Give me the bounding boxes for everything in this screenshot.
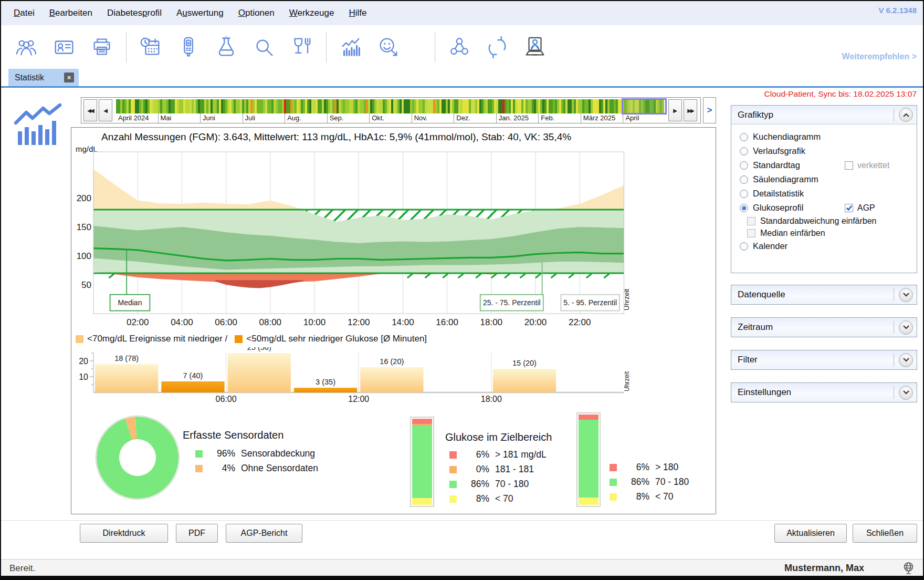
toolbar-separator xyxy=(326,32,327,63)
option-detailstatistik[interactable]: Detailstatistik xyxy=(734,187,914,201)
panel-filter: Filter xyxy=(731,350,917,370)
pdf-button[interactable]: PDF xyxy=(176,524,218,543)
checkbox-checked[interactable] xyxy=(845,204,853,212)
collapse-up-icon[interactable] xyxy=(899,108,913,122)
tab-statistik[interactable]: Statistik × xyxy=(8,69,79,86)
menu-item-auswertung[interactable]: Auswertung xyxy=(169,6,231,20)
menu-bar: DateiBearbeitenDiabetesprofilAuswertungO… xyxy=(1,1,923,25)
smiley-export-button[interactable] xyxy=(373,32,404,63)
timeline-month-feb[interactable]: Feb. xyxy=(538,113,581,123)
tab-close-icon[interactable]: × xyxy=(64,72,74,82)
option-glukoseprofil[interactable]: GlukoseprofilAGP xyxy=(734,201,914,215)
expand-down-icon[interactable] xyxy=(899,320,913,335)
legend-percent: 96% xyxy=(209,448,235,459)
option-standardtag[interactable]: Standardtagverkettet xyxy=(734,158,914,172)
share-network-button[interactable] xyxy=(444,32,475,63)
radio-unchecked[interactable] xyxy=(740,190,748,198)
referral-link[interactable]: Weiterempfehlen > xyxy=(842,52,917,61)
nutrition-button[interactable] xyxy=(286,32,318,63)
timeline-month-sep[interactable]: Sep. xyxy=(327,113,370,123)
radio-unchecked[interactable] xyxy=(740,133,748,141)
timeline-month-nov[interactable]: Nov. xyxy=(412,113,454,123)
menu-item-werkzeuge[interactable]: Werkzeuge xyxy=(282,6,342,20)
radio-unchecked[interactable] xyxy=(740,161,748,170)
menu-item-bearbeiten[interactable]: Bearbeiten xyxy=(42,6,100,20)
option-label: Kalender xyxy=(753,241,788,251)
radio-checked[interactable] xyxy=(740,204,748,212)
radio-unchecked[interactable] xyxy=(740,147,748,156)
menu-item-diabetesprofil[interactable]: Diabetesprofil xyxy=(100,6,169,20)
menu-item-datei[interactable]: Datei xyxy=(6,6,42,20)
checkbox-unchecked[interactable] xyxy=(747,229,755,237)
timeline-month-juni[interactable]: Juni xyxy=(200,113,243,123)
radio-unchecked[interactable] xyxy=(740,175,748,184)
svg-text:16 (20): 16 (20) xyxy=(380,357,404,366)
option-median-einf-rben[interactable]: Median einfärben xyxy=(747,227,914,239)
panel-zeitraum-header[interactable]: Zeitraum xyxy=(731,318,917,337)
tab-underline xyxy=(1,86,923,88)
timeline-month-aug[interactable]: Aug. xyxy=(285,113,327,123)
timeline-month-jan-2025[interactable]: Jan. 2025 xyxy=(496,113,539,123)
timeline-month-m-rz-2025[interactable]: März 2025 xyxy=(581,113,623,123)
checkbox-unchecked xyxy=(845,161,853,170)
search-button[interactable] xyxy=(248,32,280,63)
diary-calendar-button[interactable] xyxy=(135,32,166,63)
timeline-navigator: ◀◀ ◀ April 2024MaiJuniJuliAug.Sep.Okt.No… xyxy=(81,97,701,123)
legend-percent: 4% xyxy=(209,463,235,474)
option-standardabweichung-einf-rben[interactable]: Standardabweichung einfärben xyxy=(747,215,914,227)
tir-bar-1 xyxy=(410,417,434,507)
option-label: Glukoseprofil xyxy=(753,203,803,213)
svg-text:50: 50 xyxy=(81,280,91,290)
panel-einstellungen-header[interactable]: Einstellungen xyxy=(731,383,917,402)
checkbox-unchecked[interactable] xyxy=(747,217,755,225)
panel-grafiktyp-header[interactable]: Grafiktyp xyxy=(731,106,917,125)
aktualisieren-button[interactable]: Aktualisieren xyxy=(774,524,847,543)
telemedicine-button[interactable] xyxy=(519,32,551,63)
svg-text:04:00: 04:00 xyxy=(171,317,193,327)
legend-percent: 0% xyxy=(463,464,489,475)
timeline-strip[interactable] xyxy=(116,99,665,113)
smiley-export-icon xyxy=(376,35,401,59)
timeline-next-button[interactable]: ▶ xyxy=(668,99,682,121)
timeline-prev-button[interactable]: ◀ xyxy=(99,99,112,121)
agp-bericht-button[interactable]: AGP-Bericht xyxy=(226,524,302,543)
timeline-last-button[interactable]: ▶▶ xyxy=(684,99,697,121)
panel-datenquelle-header[interactable]: Datenquelle xyxy=(731,285,917,304)
svg-text:5. - 95. Perzentil: 5. - 95. Perzentil xyxy=(563,298,617,307)
panel-filter-header[interactable]: Filter xyxy=(731,350,917,369)
expand-down-icon[interactable] xyxy=(899,288,913,302)
telemedicine-icon xyxy=(523,35,547,59)
glucose-meter-button[interactable] xyxy=(173,32,204,63)
timeline-month-mai[interactable]: Mai xyxy=(158,113,201,123)
schliessen-button[interactable]: Schließen xyxy=(853,524,917,543)
expand-down-icon[interactable] xyxy=(899,353,913,367)
option-s-ulendiagramm[interactable]: Säulendiagramm xyxy=(734,172,914,187)
timeline-month-okt[interactable]: Okt. xyxy=(369,113,412,123)
menu-item-hilfe[interactable]: Hilfe xyxy=(341,6,374,20)
expand-down-icon[interactable] xyxy=(899,386,913,400)
printer-button[interactable] xyxy=(86,32,118,63)
svg-text:06:00: 06:00 xyxy=(216,395,237,403)
radio-unchecked[interactable] xyxy=(740,242,748,251)
lab-flask-button[interactable] xyxy=(211,32,242,63)
timeline-month-april-2024[interactable]: April 2024 xyxy=(116,113,158,123)
option-kalender[interactable]: Kalender xyxy=(734,239,914,253)
sensor-title: Erfasste Sensordaten xyxy=(183,429,284,441)
direktdruck-button[interactable]: Direktdruck xyxy=(80,524,168,543)
timeline-month-juli[interactable]: Juli xyxy=(243,113,285,123)
timeline-month-april[interactable]: April xyxy=(623,113,665,123)
legend-percent: 6% xyxy=(623,462,649,473)
id-card-button[interactable] xyxy=(48,32,80,63)
option-verlaufsgrafik[interactable]: Verlaufsgrafik xyxy=(734,144,914,158)
timeline-first-button[interactable]: ◀◀ xyxy=(83,99,97,121)
statistics-button[interactable] xyxy=(335,32,366,63)
timeline-month-dez[interactable]: Dez. xyxy=(454,113,496,123)
menu-item-optionen[interactable]: Optionen xyxy=(231,6,282,20)
timeline-expand-button[interactable]: > xyxy=(703,97,716,123)
sync-button[interactable] xyxy=(481,32,513,63)
tir-legend-2: 6%> 18086%70 - 1808%< 70 xyxy=(610,462,689,502)
option-kuchendiagramm[interactable]: Kuchendiagramm xyxy=(734,130,914,144)
patients-group-button[interactable] xyxy=(10,32,42,63)
option-agp[interactable]: AGP xyxy=(845,203,875,213)
application-window: DateiBearbeitenDiabetesprofilAuswertungO… xyxy=(0,0,924,580)
